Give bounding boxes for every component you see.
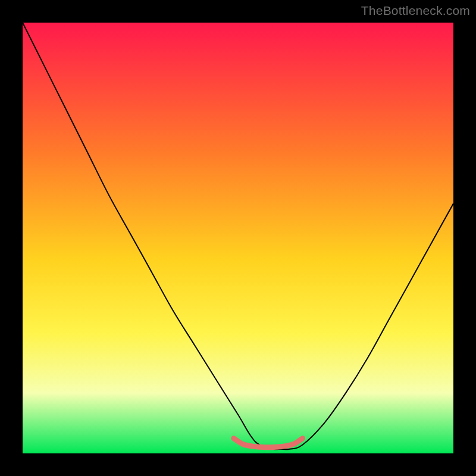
plot-area [23, 23, 453, 453]
watermark-text: TheBottleneck.com [361, 4, 470, 18]
bottleneck-chart [23, 23, 453, 453]
gradient-background [23, 23, 453, 453]
chart-frame: TheBottleneck.com [0, 0, 476, 476]
